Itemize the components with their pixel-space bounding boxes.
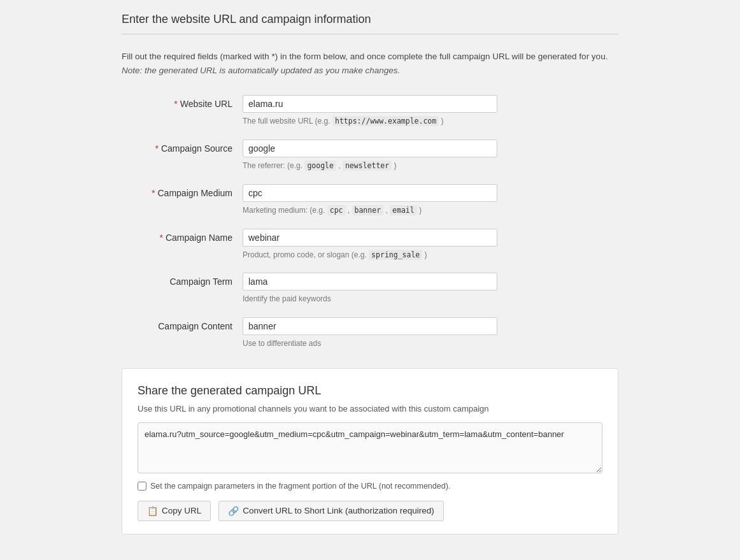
convert-url-label: Convert URL to Short Link (authorization… xyxy=(243,506,434,515)
field-container-campaign-content: Use to differentiate ads xyxy=(243,317,497,349)
input-campaign-name[interactable] xyxy=(243,229,497,247)
intro-regular: Fill out the required fields (marked wit… xyxy=(122,52,608,61)
required-star-website-url: * xyxy=(174,99,177,109)
buttons-row: 📋 Copy URL 🔗 Convert URL to Short Link (… xyxy=(138,501,602,521)
input-website-url[interactable] xyxy=(243,95,497,113)
label-website-url: *Website URL xyxy=(122,95,243,109)
intro-text: Fill out the required fields (marked wit… xyxy=(122,50,618,77)
form-group-campaign-medium: *Campaign Medium Marketing medium: (e.g.… xyxy=(122,184,618,216)
input-campaign-content[interactable] xyxy=(243,317,497,335)
form-group-campaign-source: *Campaign Source The referrer: (e.g. goo… xyxy=(122,140,618,171)
link-icon: 🔗 xyxy=(228,506,239,516)
convert-url-button[interactable]: 🔗 Convert URL to Short Link (authorizati… xyxy=(218,501,443,521)
required-star-source: * xyxy=(155,143,158,154)
page-title: Enter the website URL and campaign infor… xyxy=(122,13,618,34)
copy-icon: 📋 xyxy=(147,506,158,516)
field-container-campaign-name: Product, promo code, or slogan (e.g. spr… xyxy=(243,229,497,261)
hint-campaign-term: Identify the paid keywords xyxy=(243,294,497,305)
fragment-checkbox[interactable] xyxy=(138,482,146,491)
hint-website-url: The full website URL (e.g. https://www.e… xyxy=(243,116,497,127)
generated-url-box: Share the generated campaign URL Use thi… xyxy=(122,368,618,535)
form-group-campaign-content: Campaign Content Use to differentiate ad… xyxy=(122,317,618,349)
hint-campaign-medium: Marketing medium: (e.g. cpc , banner , e… xyxy=(243,205,497,216)
label-campaign-medium: *Campaign Medium xyxy=(122,184,243,198)
form-group-campaign-term: Campaign Term Identify the paid keywords xyxy=(122,273,618,305)
copy-url-label: Copy URL xyxy=(162,506,201,515)
generated-url-textarea[interactable]: elama.ru?utm_source=google&utm_medium=cp… xyxy=(138,422,602,473)
input-campaign-term[interactable] xyxy=(243,273,497,291)
fragment-label: Set the campaign parameters in the fragm… xyxy=(150,482,450,491)
copy-url-button[interactable]: 📋 Copy URL xyxy=(138,501,211,521)
label-campaign-source: *Campaign Source xyxy=(122,140,243,154)
field-container-campaign-source: The referrer: (e.g. google , newsletter … xyxy=(243,140,497,171)
hint-campaign-name: Product, promo code, or slogan (e.g. spr… xyxy=(243,250,497,261)
intro-italic: Note: the generated URL is automatically… xyxy=(122,66,400,75)
input-campaign-medium[interactable] xyxy=(243,184,497,202)
field-container-campaign-medium: Marketing medium: (e.g. cpc , banner , e… xyxy=(243,184,497,216)
generated-url-description: Use this URL in any promotional channels… xyxy=(138,404,602,413)
form-group-website-url: *Website URL The full website URL (e.g. … xyxy=(122,95,618,127)
label-campaign-content: Campaign Content xyxy=(122,317,243,331)
generated-url-title: Share the generated campaign URL xyxy=(138,384,602,398)
label-campaign-term: Campaign Term xyxy=(122,273,243,287)
hint-campaign-content: Use to differentiate ads xyxy=(243,338,497,349)
required-star-name: * xyxy=(159,233,162,243)
input-campaign-source[interactable] xyxy=(243,140,497,157)
field-container-website-url: The full website URL (e.g. https://www.e… xyxy=(243,95,497,127)
hint-campaign-source: The referrer: (e.g. google , newsletter … xyxy=(243,161,497,171)
fragment-checkbox-row: Set the campaign parameters in the fragm… xyxy=(138,482,602,491)
field-container-campaign-term: Identify the paid keywords xyxy=(243,273,497,305)
required-star-medium: * xyxy=(152,188,155,198)
form-group-campaign-name: *Campaign Name Product, promo code, or s… xyxy=(122,229,618,261)
page-container: Enter the website URL and campaign infor… xyxy=(122,13,618,535)
label-campaign-name: *Campaign Name xyxy=(122,229,243,243)
